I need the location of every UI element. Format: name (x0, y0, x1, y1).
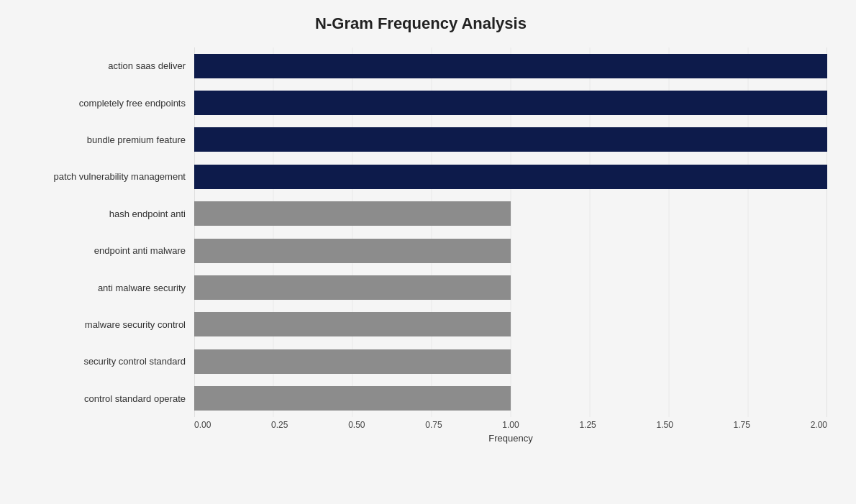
bars-container: action saas delivercompletely free endpo… (14, 47, 827, 417)
bar-row: bundle premium feature (14, 122, 827, 158)
bar-row: control standard operate (14, 380, 827, 417)
chart-title: N-Gram Frequency Analysis (14, 14, 827, 33)
bar-track (194, 54, 827, 78)
bar-track (194, 349, 827, 374)
x-tick-6: 1.50 (656, 420, 673, 430)
bar-fill (194, 275, 511, 300)
bar-row: completely free endpoints (14, 84, 827, 121)
bar-track (194, 386, 827, 411)
bar-track (194, 239, 827, 263)
x-axis-label: Frequency (194, 433, 827, 444)
chart-container: N-Gram Frequency Analysis action saas de… (0, 0, 856, 504)
x-tick-2: 0.50 (348, 420, 365, 430)
bar-fill (194, 91, 827, 115)
x-tick-7: 1.75 (734, 420, 750, 430)
bar-fill (194, 201, 511, 226)
bar-row: patch vulnerability management (14, 158, 827, 195)
x-axis-ticks: 0.00 0.25 0.50 0.75 1.00 1.25 1.50 1.75 … (194, 420, 827, 430)
bar-fill (194, 349, 511, 374)
bar-fill (194, 165, 827, 189)
bar-label: malware security control (14, 319, 194, 330)
x-tick-4: 1.00 (502, 420, 519, 430)
bar-label: completely free endpoints (14, 98, 194, 109)
bar-fill (194, 54, 827, 78)
bar-track (194, 127, 827, 152)
bar-row: endpoint anti malware (14, 232, 827, 269)
bar-track (194, 275, 827, 300)
x-tick-1: 0.25 (271, 420, 288, 430)
bar-track (194, 165, 827, 189)
bar-label: control standard operate (14, 393, 194, 404)
bar-fill (194, 239, 511, 263)
bar-label: security control standard (14, 356, 194, 367)
bars-area: action saas delivercompletely free endpo… (14, 47, 827, 417)
bar-track (194, 91, 827, 115)
bar-row: security control standard (14, 343, 827, 380)
bar-fill (194, 127, 827, 152)
bar-label: action saas deliver (14, 60, 194, 71)
bar-row: anti malware security (14, 269, 827, 306)
bar-label: hash endpoint anti (14, 209, 194, 219)
bar-label: endpoint anti malware (14, 245, 194, 256)
bar-fill (194, 386, 511, 411)
bar-row: hash endpoint anti (14, 196, 827, 232)
x-tick-0: 0.00 (194, 420, 211, 430)
bar-row: action saas deliver (14, 47, 827, 84)
bar-fill (194, 312, 511, 336)
x-tick-5: 1.25 (579, 420, 596, 430)
bar-track (194, 201, 827, 226)
x-tick-3: 0.75 (425, 420, 442, 430)
bar-label: bundle premium feature (14, 134, 194, 145)
bar-track (194, 312, 827, 336)
x-tick-8: 2.00 (811, 420, 827, 430)
bar-label: patch vulnerability management (14, 171, 194, 182)
bar-label: anti malware security (14, 283, 194, 293)
bar-row: malware security control (14, 306, 827, 343)
